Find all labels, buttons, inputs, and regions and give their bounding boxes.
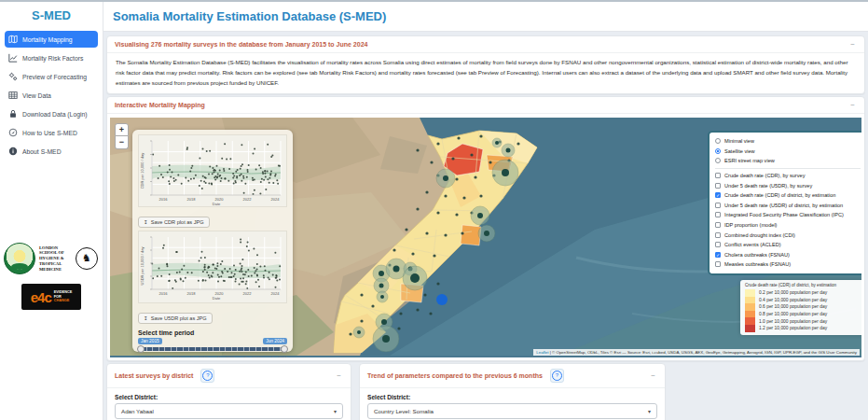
sidebar-item-label: About S-MED	[22, 148, 62, 155]
page-header: Somalia Mortality Estimation Database (S…	[103, 2, 868, 32]
sidebar-item-label: View Data	[22, 92, 51, 99]
checkbox-icon[interactable]	[715, 222, 721, 228]
checkbox-icon[interactable]	[715, 173, 721, 178]
slider-tick-labels: Jan 2015Dec 2016Dec 2018Nov 2020Nov 2022…	[138, 356, 287, 357]
trend-collapse-icon[interactable]: −	[649, 373, 657, 379]
sidebar-item-mortality-mapping[interactable]: Mortality Mapping	[5, 31, 98, 48]
trend-help-button[interactable]: ?	[550, 369, 564, 383]
svg-text:2024: 2024	[271, 197, 281, 202]
legend-item: 0.6 per 10,000 population per day	[745, 303, 861, 311]
base-layer-option[interactable]: ESRI street map view	[715, 156, 861, 166]
sidebar-item-how-to-use-s-med[interactable]: How to Use S-MED	[5, 124, 98, 141]
mapping-collapse-icon[interactable]: −	[848, 103, 857, 108]
slider-handle-start[interactable]	[137, 345, 145, 353]
mapping-card: Interactive Mortality Mapping − + − 2016…	[106, 96, 865, 361]
base-layer-option[interactable]: Satellite view	[715, 147, 861, 157]
overview-description: The Somalia Mortality Estimation Databas…	[116, 57, 856, 88]
time-range-slider[interactable]: Jan 2015 Jun 2024 Jan 2015Dec 2016Dec 20…	[138, 338, 287, 357]
overlay-layer-option[interactable]: IDP proportion (model)	[715, 220, 861, 231]
sidebar-item-label: Mortality Risk Factors	[22, 55, 83, 62]
partner-logos: London School of Hygiene & Tropical Medi…	[0, 243, 103, 310]
sidebar-nav: Mortality MappingMortality Risk FactorsP…	[0, 31, 103, 160]
plots-overlay-panel: 20162018202020222024CDR per 10,000 / day…	[132, 130, 293, 352]
overlay-layer-option[interactable]: Conflict events (ACLED)	[715, 240, 861, 250]
chart-icon	[8, 53, 18, 63]
overview-card-title: Visualising 276 mortality surveys in the…	[115, 41, 367, 48]
overlay-layer-checkboxes: Crude death rate (CDR), by surveyUnder 5…	[715, 171, 861, 270]
checkbox-icon[interactable]: ✓	[715, 192, 721, 198]
overlay-layer-option[interactable]: Integrated Food Security Phase Classific…	[715, 210, 861, 220]
checkbox-icon[interactable]	[715, 232, 721, 238]
e4c-logo: e4c Evidence for Change	[21, 284, 81, 310]
map-layers-panel: Minimal viewSatellite viewESRI street ma…	[708, 131, 861, 275]
sidebar-item-about-s-med[interactable]: About S-MED	[5, 143, 98, 160]
checkbox-icon[interactable]	[715, 212, 721, 217]
lshtm-seal-icon: ♞	[76, 247, 98, 270]
svg-text:2022: 2022	[243, 291, 253, 296]
latest-surveys-help-button[interactable]: ?	[200, 369, 214, 383]
select-caret-icon: ▾	[334, 408, 337, 414]
legend-item: 1.0 per 10,000 population per day	[745, 317, 861, 325]
svg-text:2024: 2024	[271, 291, 281, 296]
lock-icon	[8, 109, 18, 119]
svg-text:2018: 2018	[187, 291, 197, 296]
save-u5dr-button[interactable]: ↧ Save U5DR plot as JPG	[138, 313, 213, 324]
range-start-badge[interactable]: Jan 2015	[138, 338, 162, 344]
select-caret-icon: ▾	[648, 408, 651, 414]
overlay-layer-option[interactable]: Crude death rate (CDR), by survey	[715, 171, 861, 181]
e4c-logo-subtext: Evidence for Change	[54, 290, 72, 303]
map-zoom-control: + −	[115, 123, 129, 149]
checkbox-icon[interactable]	[715, 203, 721, 208]
sidebar-item-mortality-risk-factors[interactable]: Mortality Risk Factors	[5, 49, 98, 66]
overlay-layer-option[interactable]: ✓Crude death rate (CDR) of district, by …	[715, 190, 861, 201]
slider-handle-end[interactable]	[281, 345, 288, 353]
checkbox-icon[interactable]	[715, 183, 721, 189]
radio-icon[interactable]	[715, 158, 721, 163]
zoom-out-button[interactable]: −	[115, 136, 129, 149]
zoom-in-button[interactable]: +	[115, 123, 129, 136]
slider-track[interactable]	[140, 347, 285, 351]
legend-item: 0.8 per 10,000 population per day	[745, 311, 861, 318]
download-icon: ↧	[144, 315, 148, 321]
overlay-layer-option[interactable]: Under 5 death rate (U5DR) of district, b…	[715, 201, 861, 211]
sidebar-item-preview-of-forecasting[interactable]: Preview of Forecasting	[5, 68, 98, 85]
legend-swatch	[745, 297, 755, 304]
latest-surveys-card: Latest surveys by district ? − Select Di…	[106, 363, 351, 420]
leaflet-link[interactable]: Leaflet	[536, 350, 548, 355]
checkbox-icon[interactable]	[715, 261, 721, 267]
overlay-layer-option[interactable]: ✓Cholera outbreaks (FSNAU)	[715, 250, 861, 260]
overlay-layer-option[interactable]: Under 5 death rate (U5DR), by survey	[715, 180, 861, 190]
u5dr-scatter-plot: 20162018202020222024U5DR per 10,000 / da…	[138, 231, 287, 303]
lshtm-logo: London School of Hygiene & Tropical Medi…	[39, 245, 98, 273]
trend-district-label: Select District:	[367, 394, 657, 400]
legend-item: 0.4 per 10,000 population per day	[745, 297, 861, 304]
lshtm-logo-text: London School of Hygiene & Tropical Medi…	[39, 245, 73, 273]
base-layer-option[interactable]: Minimal view	[715, 136, 861, 147]
compass-icon	[8, 128, 18, 137]
e4c-logo-text: e4c	[31, 289, 51, 305]
latest-surveys-collapse-icon[interactable]: −	[335, 373, 343, 379]
legend-swatch	[745, 325, 755, 332]
checkbox-icon[interactable]: ✓	[715, 252, 721, 258]
trend-title: Trend of parameters compared to the prev…	[367, 372, 543, 379]
sidebar: S-MED Mortality MappingMortality Risk Fa…	[0, 0, 103, 420]
overview-collapse-icon[interactable]: −	[848, 42, 857, 48]
legend-swatch	[745, 303, 755, 311]
overlay-layer-option[interactable]: Combined drought index (CDI)	[715, 230, 861, 240]
sidebar-item-view-data[interactable]: View Data	[5, 87, 98, 104]
radio-icon[interactable]	[715, 148, 721, 154]
download-icon: ↧	[144, 219, 148, 225]
radio-icon[interactable]	[715, 138, 721, 144]
latest-district-select[interactable]: Adan Yabaal ▾	[115, 403, 343, 419]
sidebar-item-download-data-login-[interactable]: Download Data (Login)	[5, 105, 98, 122]
info-icon	[8, 147, 18, 156]
interactive-map[interactable]: + − 20162018202020222024CDR per 10,000 /…	[110, 118, 861, 357]
map-icon	[8, 35, 18, 44]
range-end-badge[interactable]: Jun 2024	[263, 338, 287, 344]
checkbox-icon[interactable]	[715, 242, 721, 247]
trend-district-select[interactable]: Country Level: Somalia ▾	[367, 403, 657, 419]
save-cdr-button[interactable]: ↧ Save CDR plot as JPG	[138, 217, 210, 228]
trend-card: Trend of parameters compared to the prev…	[359, 363, 666, 420]
latest-surveys-title: Latest surveys by district	[115, 372, 193, 379]
overlay-layer-option[interactable]: Measles outbreaks (FSNAU)	[715, 259, 861, 270]
